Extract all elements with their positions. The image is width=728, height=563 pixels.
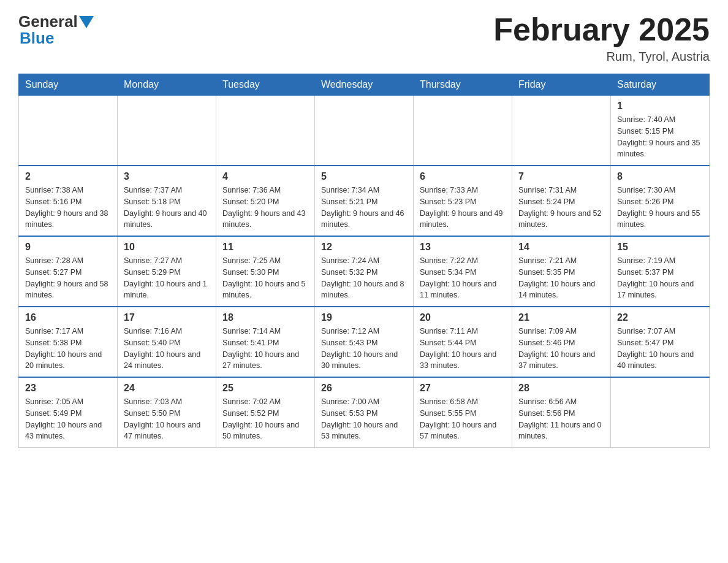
day-number: 19 [321, 312, 407, 323]
calendar-day-cell [118, 96, 216, 166]
day-info: Sunrise: 7:02 AMSunset: 5:52 PMDaylight:… [222, 396, 308, 442]
calendar-day-cell [315, 96, 414, 166]
calendar-day-header: Friday [512, 74, 611, 96]
calendar-table: SundayMondayTuesdayWednesdayThursdayFrid… [18, 74, 710, 448]
calendar-header-row: SundayMondayTuesdayWednesdayThursdayFrid… [19, 74, 710, 96]
day-number: 10 [124, 242, 210, 253]
day-number: 11 [222, 242, 308, 253]
calendar-day-cell: 28Sunrise: 6:56 AMSunset: 5:56 PMDayligh… [512, 377, 611, 448]
calendar-day-cell: 11Sunrise: 7:25 AMSunset: 5:30 PMDayligh… [216, 236, 315, 307]
calendar-day-cell: 21Sunrise: 7:09 AMSunset: 5:46 PMDayligh… [512, 307, 611, 377]
day-number: 23 [25, 383, 111, 394]
calendar-day-cell [512, 96, 611, 166]
day-number: 27 [420, 383, 506, 394]
day-info: Sunrise: 7:11 AMSunset: 5:44 PMDaylight:… [420, 326, 506, 372]
day-info: Sunrise: 7:40 AMSunset: 5:15 PMDaylight:… [617, 114, 703, 160]
calendar-day-cell: 6Sunrise: 7:33 AMSunset: 5:23 PMDaylight… [414, 166, 512, 236]
day-info: Sunrise: 7:12 AMSunset: 5:43 PMDaylight:… [321, 326, 407, 372]
day-info: Sunrise: 7:19 AMSunset: 5:37 PMDaylight:… [617, 255, 703, 301]
day-info: Sunrise: 7:27 AMSunset: 5:29 PMDaylight:… [124, 255, 210, 301]
day-info: Sunrise: 7:37 AMSunset: 5:18 PMDaylight:… [124, 185, 210, 231]
day-number: 21 [518, 312, 604, 323]
day-number: 4 [222, 171, 308, 182]
calendar-day-cell: 17Sunrise: 7:16 AMSunset: 5:40 PMDayligh… [118, 307, 216, 377]
calendar-day-cell: 15Sunrise: 7:19 AMSunset: 5:37 PMDayligh… [611, 236, 710, 307]
calendar-day-cell: 7Sunrise: 7:31 AMSunset: 5:24 PMDaylight… [512, 166, 611, 236]
calendar-day-cell: 27Sunrise: 6:58 AMSunset: 5:55 PMDayligh… [414, 377, 512, 448]
calendar-day-cell: 22Sunrise: 7:07 AMSunset: 5:47 PMDayligh… [611, 307, 710, 377]
day-info: Sunrise: 7:34 AMSunset: 5:21 PMDaylight:… [321, 185, 407, 231]
day-number: 1 [617, 101, 703, 112]
calendar-day-cell [216, 96, 315, 166]
calendar-day-header: Wednesday [315, 74, 414, 96]
calendar-day-cell: 26Sunrise: 7:00 AMSunset: 5:53 PMDayligh… [315, 377, 414, 448]
day-number: 12 [321, 242, 407, 253]
calendar-week-row: 16Sunrise: 7:17 AMSunset: 5:38 PMDayligh… [19, 307, 710, 377]
day-number: 28 [518, 383, 604, 394]
calendar-day-cell: 1Sunrise: 7:40 AMSunset: 5:15 PMDaylight… [611, 96, 710, 166]
day-info: Sunrise: 7:21 AMSunset: 5:35 PMDaylight:… [518, 255, 604, 301]
day-number: 24 [124, 383, 210, 394]
day-info: Sunrise: 6:56 AMSunset: 5:56 PMDaylight:… [518, 396, 604, 442]
day-info: Sunrise: 7:28 AMSunset: 5:27 PMDaylight:… [25, 255, 111, 301]
calendar-day-cell: 2Sunrise: 7:38 AMSunset: 5:16 PMDaylight… [19, 166, 118, 236]
calendar-day-cell: 20Sunrise: 7:11 AMSunset: 5:44 PMDayligh… [414, 307, 512, 377]
day-info: Sunrise: 7:24 AMSunset: 5:32 PMDaylight:… [321, 255, 407, 301]
logo: General Blue [18, 12, 95, 48]
day-info: Sunrise: 7:07 AMSunset: 5:47 PMDaylight:… [617, 326, 703, 372]
calendar-week-row: 9Sunrise: 7:28 AMSunset: 5:27 PMDaylight… [19, 236, 710, 307]
day-number: 7 [518, 171, 604, 182]
logo-blue-text: Blue [20, 29, 54, 47]
day-info: Sunrise: 7:33 AMSunset: 5:23 PMDaylight:… [420, 185, 506, 231]
day-number: 16 [25, 312, 111, 323]
calendar-day-cell: 3Sunrise: 7:37 AMSunset: 5:18 PMDaylight… [118, 166, 216, 236]
day-info: Sunrise: 7:25 AMSunset: 5:30 PMDaylight:… [222, 255, 308, 301]
calendar-title: February 2025 [493, 12, 710, 47]
day-info: Sunrise: 6:58 AMSunset: 5:55 PMDaylight:… [420, 396, 506, 442]
day-number: 25 [222, 383, 308, 394]
day-number: 3 [124, 171, 210, 182]
calendar-week-row: 2Sunrise: 7:38 AMSunset: 5:16 PMDaylight… [19, 166, 710, 236]
calendar-day-cell [611, 377, 710, 448]
day-number: 20 [420, 312, 506, 323]
day-info: Sunrise: 7:38 AMSunset: 5:16 PMDaylight:… [25, 185, 111, 231]
day-info: Sunrise: 7:30 AMSunset: 5:26 PMDaylight:… [617, 185, 703, 231]
calendar-day-cell: 8Sunrise: 7:30 AMSunset: 5:26 PMDaylight… [611, 166, 710, 236]
calendar-day-header: Monday [118, 74, 216, 96]
calendar-day-cell: 10Sunrise: 7:27 AMSunset: 5:29 PMDayligh… [118, 236, 216, 307]
day-number: 18 [222, 312, 308, 323]
day-info: Sunrise: 7:16 AMSunset: 5:40 PMDaylight:… [124, 326, 210, 372]
calendar-day-cell: 13Sunrise: 7:22 AMSunset: 5:34 PMDayligh… [414, 236, 512, 307]
calendar-day-header: Sunday [19, 74, 118, 96]
day-info: Sunrise: 7:14 AMSunset: 5:41 PMDaylight:… [222, 326, 308, 372]
calendar-day-cell [19, 96, 118, 166]
calendar-day-cell: 9Sunrise: 7:28 AMSunset: 5:27 PMDaylight… [19, 236, 118, 307]
day-number: 5 [321, 171, 407, 182]
day-info: Sunrise: 7:22 AMSunset: 5:34 PMDaylight:… [420, 255, 506, 301]
calendar-day-cell: 14Sunrise: 7:21 AMSunset: 5:35 PMDayligh… [512, 236, 611, 307]
day-info: Sunrise: 7:17 AMSunset: 5:38 PMDaylight:… [25, 326, 111, 372]
day-number: 2 [25, 171, 111, 182]
day-number: 17 [124, 312, 210, 323]
day-info: Sunrise: 7:36 AMSunset: 5:20 PMDaylight:… [222, 185, 308, 231]
calendar-subtitle: Rum, Tyrol, Austria [493, 50, 710, 64]
day-number: 15 [617, 242, 703, 253]
logo-triangle-icon [79, 16, 94, 28]
title-section: February 2025 Rum, Tyrol, Austria [493, 12, 710, 64]
calendar-week-row: 23Sunrise: 7:05 AMSunset: 5:49 PMDayligh… [19, 377, 710, 448]
calendar-day-cell: 16Sunrise: 7:17 AMSunset: 5:38 PMDayligh… [19, 307, 118, 377]
calendar-day-header: Saturday [611, 74, 710, 96]
day-info: Sunrise: 7:03 AMSunset: 5:50 PMDaylight:… [124, 396, 210, 442]
calendar-day-cell: 24Sunrise: 7:03 AMSunset: 5:50 PMDayligh… [118, 377, 216, 448]
day-number: 9 [25, 242, 111, 253]
calendar-week-row: 1Sunrise: 7:40 AMSunset: 5:15 PMDaylight… [19, 96, 710, 166]
calendar-day-cell: 25Sunrise: 7:02 AMSunset: 5:52 PMDayligh… [216, 377, 315, 448]
day-number: 26 [321, 383, 407, 394]
day-info: Sunrise: 7:05 AMSunset: 5:49 PMDaylight:… [25, 396, 111, 442]
page-header: General Blue February 2025 Rum, Tyrol, A… [18, 12, 710, 64]
calendar-day-cell: 12Sunrise: 7:24 AMSunset: 5:32 PMDayligh… [315, 236, 414, 307]
calendar-day-cell: 18Sunrise: 7:14 AMSunset: 5:41 PMDayligh… [216, 307, 315, 377]
day-info: Sunrise: 7:09 AMSunset: 5:46 PMDaylight:… [518, 326, 604, 372]
calendar-day-header: Thursday [414, 74, 512, 96]
calendar-day-cell: 5Sunrise: 7:34 AMSunset: 5:21 PMDaylight… [315, 166, 414, 236]
